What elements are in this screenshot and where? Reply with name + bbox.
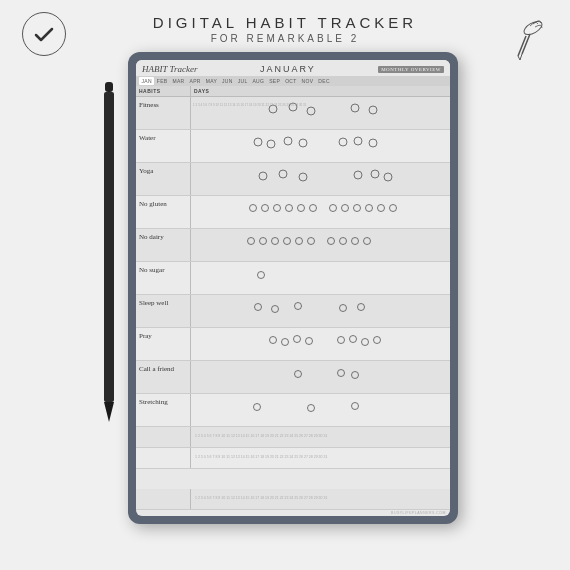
svg-point-31 xyxy=(298,205,305,212)
table-row: Stretching xyxy=(136,394,450,427)
svg-point-16 xyxy=(284,137,292,145)
svg-point-14 xyxy=(254,138,262,146)
tracker-month: JANUARY xyxy=(260,64,316,74)
svg-point-23 xyxy=(299,173,307,181)
habit-name-yoga: Yoga xyxy=(136,163,191,195)
tab-jul[interactable]: JUL xyxy=(235,77,250,85)
tab-aug[interactable]: AUG xyxy=(250,77,267,85)
tab-sep[interactable]: SEP xyxy=(267,77,283,85)
svg-point-43 xyxy=(296,238,303,245)
tracker-header: HABIT Tracker JANUARY MONTHLY OVERVIEW xyxy=(136,60,450,76)
page: DIGITAL HABIT TRACKER FOR REMARKABLE 2 H… xyxy=(0,0,570,570)
table-row: Call a friend xyxy=(136,361,450,394)
habit-name-pray: Pray xyxy=(136,328,191,360)
svg-text:1  2  3  4  5  6  7  8  9  10 : 1 2 3 4 5 6 7 8 9 10 11 12 13 14 15 16 1… xyxy=(195,496,327,500)
table-row: No gluten xyxy=(136,196,450,229)
svg-point-68 xyxy=(352,403,359,410)
table-row: 1 2 3 4 5 6 7 8 9 10 11 12 13 14 15 16 1… xyxy=(136,448,450,469)
habit-days-nogluten xyxy=(191,196,450,228)
habit-days-water xyxy=(191,130,450,162)
svg-marker-7 xyxy=(104,402,114,422)
svg-point-46 xyxy=(340,238,347,245)
svg-point-64 xyxy=(338,370,345,377)
svg-rect-6 xyxy=(104,92,114,402)
tab-feb[interactable]: FEB xyxy=(154,77,170,85)
svg-point-35 xyxy=(354,205,361,212)
tab-jun[interactable]: JUN xyxy=(220,77,236,85)
svg-point-63 xyxy=(295,371,302,378)
svg-point-28 xyxy=(262,205,269,212)
habit-name-stretching: Stretching xyxy=(136,394,191,426)
habit-name-water: Water xyxy=(136,130,191,162)
header: DIGITAL HABIT TRACKER FOR REMARKABLE 2 xyxy=(0,0,570,50)
svg-point-24 xyxy=(354,171,362,179)
svg-point-12 xyxy=(369,106,377,114)
habit-days-fitness: 1 2 3 4 5 6 7 8 9 10 11 12 13 14 15 16 1… xyxy=(191,97,450,129)
svg-point-38 xyxy=(390,205,397,212)
tab-mar[interactable]: MAR xyxy=(170,77,187,85)
svg-point-39 xyxy=(248,238,255,245)
tab-apr[interactable]: APR xyxy=(187,77,203,85)
habit-days-stretching xyxy=(191,394,450,426)
habits-column-header: HABITS xyxy=(136,86,191,96)
svg-point-57 xyxy=(294,336,301,343)
svg-text:1 2 3 4 5 6 7 8 9 10 11 12 13 : 1 2 3 4 5 6 7 8 9 10 11 12 13 14 15 16 1… xyxy=(193,103,307,107)
svg-point-55 xyxy=(270,337,277,344)
svg-point-21 xyxy=(259,172,267,180)
svg-point-59 xyxy=(338,337,345,344)
logo-checkmark xyxy=(22,12,66,56)
table-row: Water xyxy=(136,130,450,163)
monthly-overview-button[interactable]: MONTHLY OVERVIEW xyxy=(378,66,444,73)
svg-point-33 xyxy=(330,205,337,212)
tracker-logo: HABIT Tracker xyxy=(142,64,198,74)
habit-name-callafriend: Call a friend xyxy=(136,361,191,393)
svg-point-27 xyxy=(250,205,257,212)
svg-point-17 xyxy=(299,139,307,147)
stylus xyxy=(100,82,118,422)
svg-point-30 xyxy=(286,205,293,212)
habit-name-blank2 xyxy=(136,448,191,468)
header-title: DIGITAL HABIT TRACKER xyxy=(153,14,417,31)
habit-days-pray xyxy=(191,328,450,360)
habit-name-sleepwell: Sleep well xyxy=(136,295,191,327)
table-row: Fitness 1 2 3 4 5 6 7 8 9 10 11 12 13 xyxy=(136,97,450,130)
tab-jan[interactable]: JAN xyxy=(139,77,154,85)
svg-point-52 xyxy=(295,303,302,310)
svg-point-26 xyxy=(384,173,392,181)
table-row: 1 2 3 4 5 6 7 8 9 10 11 12 13 14 15 16 1… xyxy=(136,489,450,510)
svg-point-56 xyxy=(282,339,289,346)
svg-rect-5 xyxy=(105,82,113,92)
table-row: No dairy xyxy=(136,229,450,262)
tab-may[interactable]: MAY xyxy=(203,77,219,85)
habit-days-blank2: 1 2 3 4 5 6 7 8 9 10 11 12 13 14 15 16 1… xyxy=(191,448,450,468)
svg-point-65 xyxy=(352,372,359,379)
tab-dec[interactable]: DEC xyxy=(316,77,332,85)
svg-point-36 xyxy=(366,205,373,212)
svg-point-19 xyxy=(354,137,362,145)
svg-point-62 xyxy=(374,337,381,344)
svg-text:1  2  3  4  5  6  7  8  9  10 : 1 2 3 4 5 6 7 8 9 10 11 12 13 14 15 16 1… xyxy=(195,434,327,438)
habit-days-sleepwell xyxy=(191,295,450,327)
svg-point-45 xyxy=(328,238,335,245)
footer-watermark: BUSYLIFEPLANNERS.COM xyxy=(136,510,450,516)
habit-name-nosugar: No sugar xyxy=(136,262,191,294)
svg-point-10 xyxy=(307,107,315,115)
tab-nov[interactable]: NOV xyxy=(299,77,316,85)
svg-point-61 xyxy=(362,339,369,346)
habit-days-yoga xyxy=(191,163,450,195)
svg-point-67 xyxy=(308,405,315,412)
svg-point-58 xyxy=(306,338,313,345)
svg-point-11 xyxy=(351,104,359,112)
svg-point-54 xyxy=(358,304,365,311)
svg-point-32 xyxy=(310,205,317,212)
header-subtitle: FOR REMARKABLE 2 xyxy=(211,33,360,44)
habit-name-blank3 xyxy=(136,489,191,509)
habit-days-nosugar xyxy=(191,262,450,294)
month-tabs: JAN FEB MAR APR MAY JUN JUL AUG SEP OCT … xyxy=(136,76,450,86)
remarkable-device: HABIT Tracker JANUARY MONTHLY OVERVIEW J… xyxy=(128,52,458,524)
tab-oct[interactable]: OCT xyxy=(283,77,299,85)
pencil-icon xyxy=(498,8,548,58)
svg-point-22 xyxy=(279,170,287,178)
svg-point-53 xyxy=(340,305,347,312)
svg-point-40 xyxy=(260,238,267,245)
